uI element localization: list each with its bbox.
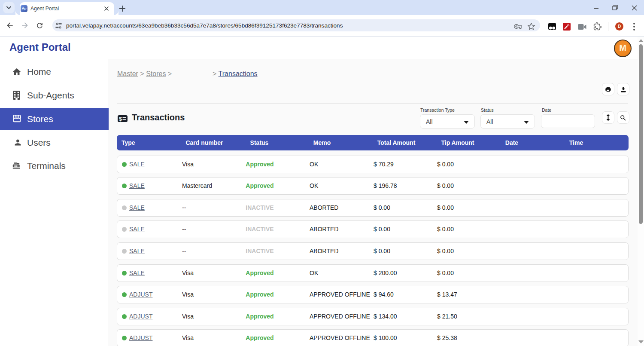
svg-text:$: $ (119, 116, 122, 122)
